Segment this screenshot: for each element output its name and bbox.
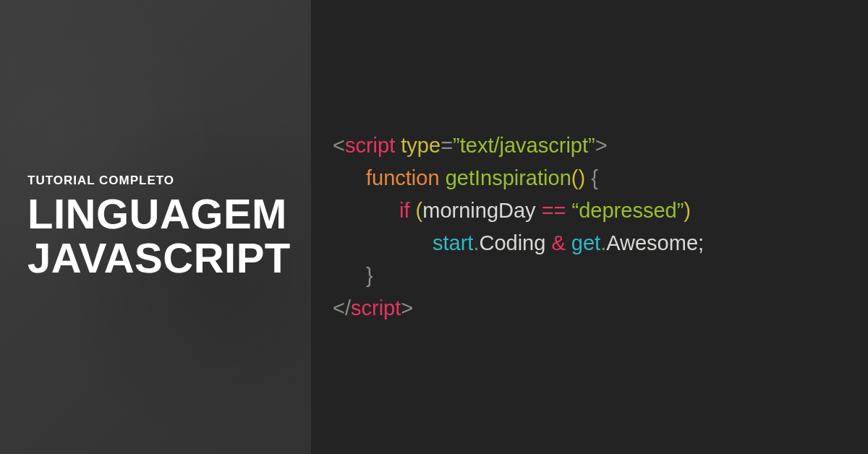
tag-script-close: script	[351, 296, 401, 320]
tag-script-open: script	[345, 134, 395, 157]
brace-close: }	[366, 264, 373, 287]
paren-close: )	[578, 166, 585, 189]
code-block: <script type=”text/javascript”> function…	[333, 97, 704, 357]
brace-open: {	[591, 166, 598, 189]
slash: /	[345, 296, 351, 320]
angle-bracket-close-2: >	[401, 296, 413, 320]
operator-amp: &	[551, 231, 571, 254]
paren-open-2: (	[416, 199, 423, 222]
title-line-2: JAVASCRIPT	[27, 234, 291, 281]
equals-sign: =	[441, 134, 453, 157]
identifier-get: get	[571, 231, 600, 254]
function-name: getInspiration	[446, 166, 571, 189]
identifier-start: start	[433, 231, 473, 254]
subtitle-text: TUTORIAL COMPLETO	[27, 174, 311, 188]
paren-open: (	[571, 166, 579, 189]
angle-bracket-open-2: <	[333, 296, 345, 320]
title-line-1: LINGUAGEM	[27, 190, 287, 237]
code-panel: <script type=”text/javascript”> function…	[311, 0, 868, 454]
identifier-morningday: morningDay	[422, 199, 541, 222]
angle-bracket-open: <	[333, 134, 345, 157]
operator-equals: ==	[542, 199, 572, 222]
attr-type: type	[401, 134, 441, 157]
angle-bracket-close: >	[595, 134, 608, 157]
identifier-awesome: Awesome;	[606, 231, 704, 254]
title-panel: TUTORIAL COMPLETO LINGUAGEM JAVASCRIPT	[0, 0, 311, 454]
keyword-if: if	[399, 199, 410, 222]
keyword-function: function	[366, 166, 440, 189]
string-depressed: “depressed”	[572, 199, 684, 222]
paren-close-2: )	[684, 199, 691, 222]
identifier-coding: Coding	[479, 231, 551, 254]
attr-value: ”text/javascript”	[453, 134, 595, 157]
main-title: LINGUAGEM JAVASCRIPT	[27, 192, 311, 280]
